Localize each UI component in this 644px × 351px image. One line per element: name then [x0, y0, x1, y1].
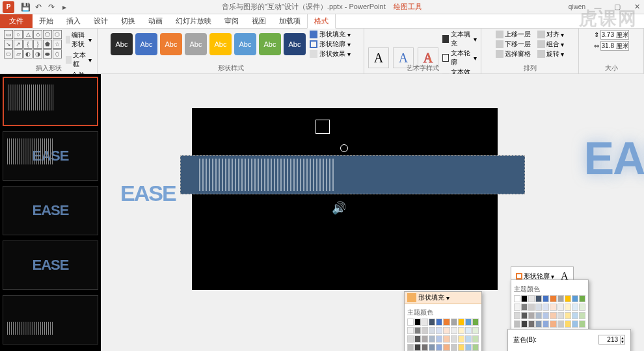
tab-addins[interactable]: 加载项: [273, 14, 307, 28]
color-swatch[interactable]: [414, 327, 421, 334]
color-swatch[interactable]: [429, 344, 435, 351]
color-swatch[interactable]: [535, 320, 542, 328]
selected-shape[interactable]: [315, 120, 330, 134]
shapes-gallery[interactable]: ▭○△◇⬠⬡ ↘↗{}⬟☆ ⬭▱◐◑⬬⬯: [4, 30, 62, 58]
color-swatch[interactable]: [422, 344, 428, 351]
color-swatch[interactable]: [550, 312, 556, 319]
color-swatch[interactable]: [579, 295, 585, 302]
color-swatch[interactable]: [550, 304, 556, 311]
tab-view[interactable]: 视图: [245, 14, 273, 28]
color-swatch[interactable]: [422, 318, 428, 326]
color-swatch[interactable]: [422, 327, 428, 334]
rotate-button[interactable]: 旋转 ▾: [536, 49, 565, 58]
tab-transitions[interactable]: 切换: [114, 14, 142, 28]
shape-style-gallery[interactable]: AbcAbcAbcAbcAbcAbcAbcAbc: [111, 33, 306, 55]
qat-slideshow[interactable]: ▸: [59, 1, 70, 13]
color-swatch[interactable]: [472, 327, 479, 334]
color-swatch[interactable]: [414, 335, 421, 343]
tab-file[interactable]: 文件: [0, 14, 33, 28]
style-swatch[interactable]: Abc: [160, 33, 182, 55]
slide[interactable]: [192, 108, 498, 290]
color-swatch[interactable]: [451, 344, 457, 351]
slide-canvas[interactable]: EASE EASE 🔊 形状轮廓▾ A 形状填充 ▾ 主题颜色 标准色 最近使用…: [101, 74, 644, 351]
color-swatch[interactable]: [472, 344, 479, 351]
blue-spinner[interactable]: ▲▼: [598, 335, 625, 344]
color-swatch[interactable]: [565, 320, 571, 328]
color-swatch[interactable]: [550, 295, 556, 302]
rotate-handle-icon[interactable]: [340, 144, 348, 152]
text-outline-button[interactable]: 文本轮廓 ▾: [442, 49, 477, 67]
color-swatch[interactable]: [443, 335, 449, 343]
tab-design[interactable]: 设计: [87, 14, 114, 28]
color-swatch[interactable]: [543, 304, 549, 311]
tab-slideshow[interactable]: 幻灯片放映: [169, 14, 218, 28]
style-swatch[interactable]: Abc: [209, 33, 232, 55]
style-swatch[interactable]: Abc: [284, 33, 306, 55]
send-backward-button[interactable]: 下移一层: [494, 40, 532, 49]
color-swatch[interactable]: [572, 312, 578, 319]
qat-redo[interactable]: ↷: [46, 1, 57, 13]
text-box-button[interactable]: 文本框 ▾: [64, 50, 93, 70]
color-swatch[interactable]: [535, 295, 542, 302]
shape-effects-button[interactable]: 形状效果 ▾: [310, 49, 351, 58]
style-swatch[interactable]: Abc: [259, 33, 281, 55]
color-swatch[interactable]: [443, 344, 449, 351]
style-swatch[interactable]: Abc: [234, 33, 256, 55]
tab-animations[interactable]: 动画: [142, 14, 169, 28]
color-swatch[interactable]: [550, 320, 556, 328]
width-field[interactable]: ⇔: [594, 41, 629, 51]
color-swatch[interactable]: [472, 335, 479, 343]
slide-thumbnail-panel[interactable]: EASE EASE EASE: [0, 74, 101, 351]
color-swatch[interactable]: [543, 312, 549, 319]
color-swatch[interactable]: [436, 327, 442, 334]
color-swatch[interactable]: [414, 344, 421, 351]
color-swatch[interactable]: [436, 335, 442, 343]
edit-shape-button[interactable]: 编辑形状 ▾: [64, 30, 93, 49]
color-swatch[interactable]: [579, 304, 585, 311]
group-button[interactable]: 组合 ▾: [536, 40, 565, 49]
shape-outline-button[interactable]: 形状轮廓 ▾: [310, 40, 351, 49]
color-swatch[interactable]: [458, 335, 464, 343]
qat-undo[interactable]: ↶: [33, 1, 44, 13]
color-swatch[interactable]: [514, 320, 520, 328]
color-swatch[interactable]: [543, 295, 549, 302]
shape-fill-button[interactable]: 形状填充 ▾: [310, 30, 351, 39]
tab-home[interactable]: 开始: [33, 14, 60, 28]
color-swatch[interactable]: [443, 318, 449, 326]
tab-format[interactable]: 格式: [307, 14, 336, 29]
color-swatch[interactable]: [458, 318, 464, 326]
color-swatch[interactable]: [414, 318, 421, 326]
color-swatch[interactable]: [572, 304, 578, 311]
color-swatch[interactable]: [514, 312, 520, 319]
audio-icon[interactable]: 🔊: [332, 201, 345, 214]
slide-thumbnail[interactable]: EASE: [3, 186, 98, 235]
slide-thumbnail[interactable]: [3, 295, 98, 344]
style-swatch[interactable]: Abc: [111, 33, 133, 55]
color-swatch[interactable]: [579, 312, 585, 319]
color-swatch[interactable]: [451, 327, 457, 334]
color-swatch[interactable]: [407, 327, 414, 334]
color-swatch[interactable]: [543, 320, 549, 328]
color-swatch[interactable]: [579, 320, 585, 328]
color-swatch[interactable]: [528, 320, 535, 328]
color-swatch[interactable]: [458, 344, 464, 351]
color-swatch[interactable]: [422, 335, 428, 343]
color-swatch[interactable]: [465, 335, 472, 343]
bring-forward-button[interactable]: 上移一层: [494, 30, 532, 39]
color-swatch[interactable]: [572, 295, 578, 302]
ease-text-right[interactable]: EASE: [584, 133, 644, 185]
color-swatch[interactable]: [429, 318, 435, 326]
color-swatch[interactable]: [528, 304, 535, 311]
color-swatch[interactable]: [528, 295, 535, 302]
color-swatch[interactable]: [514, 295, 520, 302]
color-swatch[interactable]: [557, 304, 564, 311]
color-swatch[interactable]: [557, 295, 564, 302]
color-swatch[interactable]: [565, 312, 571, 319]
color-swatch[interactable]: [565, 295, 571, 302]
ease-text-left[interactable]: EASE: [120, 181, 176, 206]
color-swatch[interactable]: [535, 304, 542, 311]
color-swatch[interactable]: [528, 312, 535, 319]
color-swatch[interactable]: [451, 335, 457, 343]
style-swatch[interactable]: Abc: [185, 33, 207, 55]
color-swatch[interactable]: [521, 295, 528, 302]
